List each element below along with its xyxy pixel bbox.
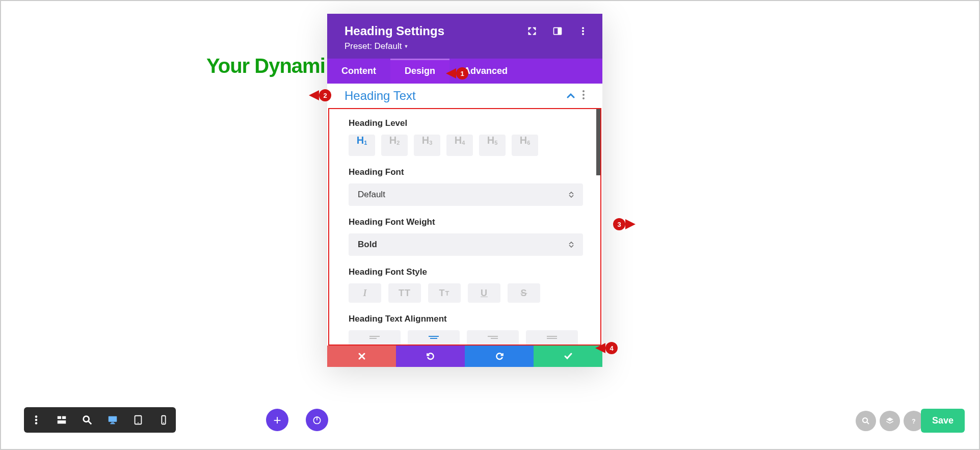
- svg-point-23: [863, 418, 867, 422]
- style-strikethrough-button[interactable]: S: [508, 283, 540, 303]
- redo-button[interactable]: [465, 346, 534, 367]
- chevron-down-icon: ▼: [404, 44, 408, 49]
- svg-point-3: [582, 30, 584, 32]
- annotation-marker-1: 1: [456, 67, 468, 80]
- alignment-options: [349, 330, 585, 345]
- split-view-icon[interactable]: [552, 26, 563, 38]
- heading-font-weight-value: Bold: [358, 240, 377, 250]
- heading-settings-modal: Heading Settings Preset: Default ▼ Conte…: [327, 14, 602, 367]
- phone-icon[interactable]: [157, 414, 170, 426]
- wireframe-icon[interactable]: [56, 414, 68, 426]
- svg-point-5: [582, 90, 585, 92]
- confirm-button[interactable]: [534, 346, 602, 367]
- modal-header-actions: [527, 26, 588, 38]
- heading-font-label: Heading Font: [349, 167, 585, 177]
- heading-font-weight-label: Heading Font Weight: [349, 217, 585, 227]
- style-italic-button[interactable]: I: [349, 283, 381, 303]
- section-title: Heading Text: [345, 89, 416, 103]
- annotation-marker-3: 3: [613, 218, 625, 230]
- annotation-marker-2: 2: [319, 89, 331, 101]
- tab-content[interactable]: Content: [327, 59, 390, 84]
- svg-rect-11: [58, 416, 61, 419]
- heading-font-weight-select[interactable]: Bold: [349, 233, 583, 256]
- svg-rect-12: [62, 416, 66, 419]
- style-smallcaps-button[interactable]: TT: [428, 283, 461, 303]
- heading-font-style-group: Heading Font Style I TT TT U S: [349, 267, 585, 303]
- svg-point-2: [582, 28, 584, 29]
- canvas-heading-text: Your Dynami: [206, 55, 325, 77]
- modal-footer: [327, 346, 602, 367]
- builder-toolbar: [24, 407, 176, 433]
- svg-point-4: [582, 33, 584, 35]
- heading-font-weight-group: Heading Font Weight Bold: [349, 217, 585, 256]
- more-icon[interactable]: [578, 26, 588, 38]
- svg-point-8: [35, 415, 38, 418]
- heading-font-group: Heading Font Default: [349, 167, 585, 206]
- select-caret-icon: [569, 242, 574, 248]
- align-center-button[interactable]: [408, 330, 460, 345]
- heading-level-group: Heading Level H1 H2 H3 H4 H5 H6: [349, 118, 585, 156]
- heading-text-alignment-label: Heading Text Alignment: [349, 314, 585, 324]
- scrollbar[interactable]: [596, 109, 600, 175]
- heading-level-h6[interactable]: H6: [512, 135, 538, 156]
- svg-point-14: [84, 416, 89, 422]
- heading-level-label: Heading Level: [349, 118, 585, 128]
- heading-font-value: Default: [358, 190, 385, 200]
- align-right-button[interactable]: [467, 330, 519, 345]
- save-button[interactable]: Save: [921, 409, 965, 433]
- more-icon[interactable]: [582, 90, 585, 102]
- svg-rect-13: [58, 420, 66, 423]
- modal-header: Heading Settings Preset: Default ▼: [327, 14, 602, 59]
- tab-design[interactable]: Design: [390, 59, 449, 84]
- svg-rect-17: [110, 423, 115, 424]
- style-underline-button[interactable]: U: [468, 283, 500, 303]
- svg-point-10: [35, 422, 38, 425]
- heading-level-options: H1 H2 H3 H4 H5 H6: [349, 135, 585, 156]
- desktop-icon[interactable]: [107, 414, 119, 426]
- svg-text:?: ?: [912, 418, 915, 425]
- preset-label: Preset: Default: [345, 41, 402, 51]
- annotation-marker-4: 4: [605, 342, 618, 354]
- align-justify-button[interactable]: [526, 330, 578, 345]
- close-button[interactable]: [327, 346, 396, 367]
- svg-point-7: [582, 97, 585, 99]
- style-uppercase-button[interactable]: TT: [388, 283, 421, 303]
- expand-icon[interactable]: [527, 26, 537, 38]
- layers-icon[interactable]: [880, 411, 900, 431]
- search-icon[interactable]: [856, 411, 876, 431]
- add-button[interactable]: +: [266, 409, 288, 431]
- heading-level-h3[interactable]: H3: [414, 135, 440, 156]
- chevron-up-icon[interactable]: [567, 91, 575, 100]
- power-button[interactable]: [306, 409, 328, 431]
- heading-level-h2[interactable]: H2: [381, 135, 408, 156]
- svg-point-6: [582, 94, 585, 96]
- menu-icon[interactable]: [30, 414, 42, 426]
- highlighted-options-area: Heading Level H1 H2 H3 H4 H5 H6 Heading …: [328, 108, 601, 346]
- undo-button[interactable]: [396, 346, 465, 367]
- preset-dropdown[interactable]: Preset: Default ▼: [345, 41, 585, 51]
- heading-font-select[interactable]: Default: [349, 183, 583, 206]
- heading-font-style-label: Heading Font Style: [349, 267, 585, 277]
- zoom-icon[interactable]: [81, 414, 93, 426]
- heading-text-alignment-group: Heading Text Alignment: [349, 314, 585, 345]
- svg-point-9: [35, 419, 38, 421]
- font-style-options: I TT TT U S: [349, 283, 585, 303]
- section-heading-text[interactable]: Heading Text: [327, 84, 602, 108]
- svg-rect-15: [109, 416, 117, 422]
- svg-rect-16: [111, 422, 114, 423]
- svg-rect-1: [558, 28, 562, 34]
- heading-level-h5[interactable]: H5: [479, 135, 506, 156]
- svg-point-21: [163, 422, 164, 423]
- align-left-button[interactable]: [349, 330, 401, 345]
- svg-point-19: [138, 422, 139, 423]
- select-caret-icon: [569, 192, 574, 198]
- heading-level-h4[interactable]: H4: [446, 135, 473, 156]
- tablet-icon[interactable]: [132, 414, 144, 426]
- heading-level-h1[interactable]: H1: [349, 135, 375, 156]
